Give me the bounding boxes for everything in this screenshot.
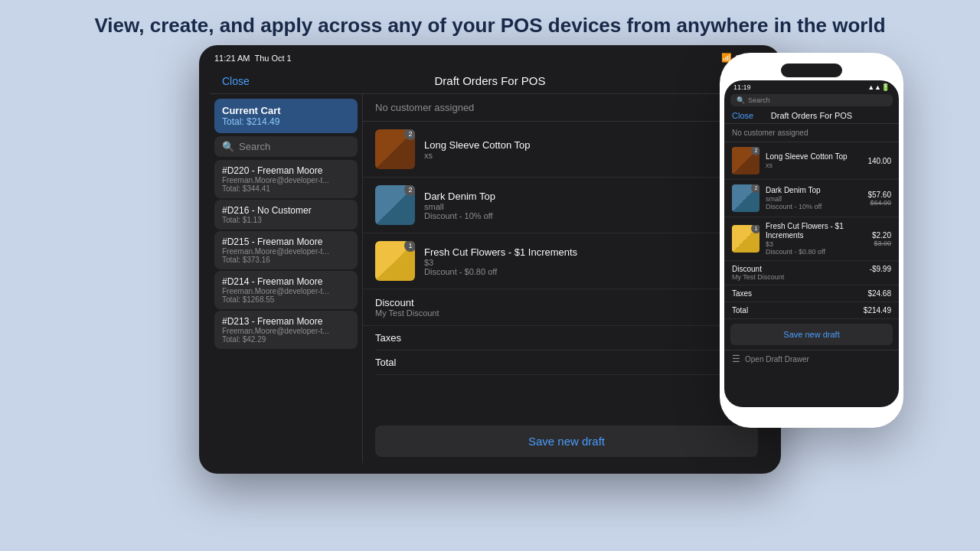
phone-item-thumbnail: 1 xyxy=(732,225,760,253)
table-row: 1 Fresh Cut Flowers - $1 Increments $3 D… xyxy=(363,233,770,289)
discount-sublabel: My Test Discount xyxy=(375,308,439,318)
discount-label: Discount xyxy=(375,297,439,308)
phone-item-price: $2.20 xyxy=(872,231,891,240)
list-item: 2 Dark Denim Top small Discount - 10% of… xyxy=(724,180,899,217)
totals-section: Taxes $24.68 Total $214.49 xyxy=(363,326,770,375)
no-customer-label: No customer assigned xyxy=(363,94,770,122)
list-item: 2 Long Sleeve Cotton Top xs 140.00 xyxy=(724,142,899,180)
sidebar-item-d220[interactable]: #D220 - Freeman Moore Freeman.Moore@deve… xyxy=(214,160,358,198)
item-details: Fresh Cut Flowers - $1 Increments $3 Dis… xyxy=(424,246,724,276)
phone-time: 11:19 xyxy=(733,83,751,91)
phone-bottom-bar: ☰ Open Draft Drawer xyxy=(724,350,899,367)
tablet-time: 11:21 AM Thu Oct 1 xyxy=(214,54,292,63)
phone-save-draft-button[interactable]: Save new draft xyxy=(730,324,893,345)
phone-discount-label: Discount xyxy=(732,265,784,273)
phone-item-variant: $3 xyxy=(766,240,866,248)
tablet-screen: Close Draft Orders For POS Current Cart … xyxy=(210,68,770,463)
phone-item-thumbnail: 2 xyxy=(732,147,760,174)
item-details: Long Sleeve Cotton Top xs xyxy=(424,139,718,160)
phone-status-icons: ▲▲🔋 xyxy=(867,83,890,91)
draft-name: #D220 - Freeman Moore xyxy=(222,165,350,176)
total-label: Total xyxy=(375,357,396,368)
phone-discount-info: Discount My Test Discount xyxy=(732,265,784,281)
phone-item-details: Long Sleeve Cotton Top xs xyxy=(766,152,861,169)
phone-total-label: Total xyxy=(732,306,748,315)
draft-email: Freeman.Moore@developer-t... xyxy=(222,287,350,295)
phone-discount-sublabel: My Test Discount xyxy=(732,273,784,281)
phone-screen: 11:19 ▲▲🔋 🔍 Search Close Draft Orders Fo… xyxy=(724,80,899,407)
phone-item-badge: 2 xyxy=(751,184,760,193)
sidebar-item-d215[interactable]: #D215 - Freeman Moore Freeman.Moore@deve… xyxy=(214,231,358,269)
search-input[interactable]: Search xyxy=(239,141,270,152)
phone-status-bar: 11:19 ▲▲🔋 xyxy=(724,80,899,93)
tablet-sidebar: Current Cart Total: $214.49 🔍 Search #D2… xyxy=(210,94,363,463)
phone-item-thumbnail: 2 xyxy=(732,184,760,212)
phone-search-bar[interactable]: 🔍 Search xyxy=(730,94,893,106)
phone: 11:19 ▲▲🔋 🔍 Search Close Draft Orders Fo… xyxy=(720,53,903,428)
phone-taxes-label: Taxes xyxy=(732,289,752,298)
item-thumbnail: 2 xyxy=(375,185,415,225)
tablet-header: Close Draft Orders For POS xyxy=(210,68,770,94)
order-items-list: 2 Long Sleeve Cotton Top xs 140.00 xyxy=(363,122,770,419)
phone-item-price-block: $2.20 $3.00 xyxy=(872,231,891,247)
phone-item-title: Dark Denim Top xyxy=(766,186,861,195)
phone-discount-row: Discount My Test Discount -$9.99 xyxy=(724,261,899,285)
phone-total-value: $214.49 xyxy=(864,306,891,315)
item-badge: 2 xyxy=(404,185,415,196)
sidebar-item-d213[interactable]: #D213 - Freeman Moore Freeman.Moore@deve… xyxy=(214,311,358,349)
phone-search-text: Search xyxy=(748,96,770,104)
phone-item-title: Long Sleeve Cotton Top xyxy=(766,152,861,161)
item-title: Dark Denim Top xyxy=(424,191,718,202)
item-badge: 1 xyxy=(404,241,415,252)
phone-item-discount: Discount - 10% off xyxy=(766,203,861,210)
draft-total: Total: $42.29 xyxy=(222,335,350,344)
phone-item-details: Fresh Cut Flowers - $1 Increments $3 Dis… xyxy=(766,222,866,256)
sidebar-current-cart[interactable]: Current Cart Total: $214.49 xyxy=(214,99,358,133)
tablet-title: Draft Orders For POS xyxy=(434,74,545,87)
total-row: Total $214.49 xyxy=(375,350,758,375)
phone-close-button[interactable]: Close xyxy=(732,111,753,120)
phone-item-badge: 2 xyxy=(751,147,760,155)
current-cart-label: Current Cart xyxy=(222,105,350,116)
phone-taxes-row: Taxes $24.68 xyxy=(724,285,899,302)
current-cart-total: Total: $214.49 xyxy=(222,116,350,127)
item-variant: small xyxy=(424,202,718,211)
tablet-status-bar: 11:21 AM Thu Oct 1 📶 68% 🔋 xyxy=(214,53,766,63)
item-details: Dark Denim Top small Discount - 10% off xyxy=(424,191,718,220)
phone-item-details: Dark Denim Top small Discount - 10% off xyxy=(766,186,861,210)
phone-item-price: 140.00 xyxy=(867,157,891,165)
item-discount: Discount - $0.80 off xyxy=(424,267,724,276)
draft-name: #D216 - No Customer xyxy=(222,205,350,216)
search-box[interactable]: 🔍 Search xyxy=(214,136,358,157)
phone-item-variant: xs xyxy=(766,161,861,169)
phone-body: No customer assigned 2 Long Sleeve Cotto… xyxy=(724,124,899,407)
item-thumbnail: 2 xyxy=(375,129,415,169)
tablet-close-button[interactable]: Close xyxy=(222,75,250,87)
phone-item-price-block: 140.00 xyxy=(867,157,891,165)
phone-bottom-label: Open Draft Drawer xyxy=(745,355,809,364)
hamburger-icon: ☰ xyxy=(732,354,740,364)
draft-name: #D213 - Freeman Moore xyxy=(222,316,350,327)
draft-total: Total: $1268.55 xyxy=(222,295,350,304)
search-icon: 🔍 xyxy=(737,96,745,104)
sidebar-item-d214[interactable]: #D214 - Freeman Moore Freeman.Moore@deve… xyxy=(214,271,358,309)
phone-item-variant: small xyxy=(766,195,861,203)
taxes-row: Taxes $24.68 xyxy=(375,326,758,350)
item-discount: Discount - 10% off xyxy=(424,211,718,220)
list-item: 1 Fresh Cut Flowers - $1 Increments $3 D… xyxy=(724,217,899,261)
draft-name: #D214 - Freeman Moore xyxy=(222,276,350,287)
item-title: Long Sleeve Cotton Top xyxy=(424,139,718,151)
tablet: 11:21 AM Thu Oct 1 📶 68% 🔋 Close Draft O… xyxy=(199,45,781,474)
table-row: 2 Long Sleeve Cotton Top xs 140.00 xyxy=(363,122,770,178)
page-headline: View, create, and apply across any of yo… xyxy=(0,0,980,45)
draft-email: Freeman.Moore@developer-t... xyxy=(222,176,350,184)
phone-item-price-block: $57.60 $64.00 xyxy=(867,191,891,207)
phone-header: Close Draft Orders For POS xyxy=(724,108,899,124)
sidebar-item-d216[interactable]: #D216 - No Customer Total: $1.13 xyxy=(214,200,358,230)
save-new-draft-button[interactable]: Save new draft xyxy=(375,425,758,457)
phone-home-indicator xyxy=(781,410,842,412)
item-variant: xs xyxy=(424,151,718,160)
phone-title: Draft Orders For POS xyxy=(771,111,852,120)
phone-taxes-value: $24.68 xyxy=(867,289,891,298)
phone-item-original-price: $3.00 xyxy=(872,240,891,247)
